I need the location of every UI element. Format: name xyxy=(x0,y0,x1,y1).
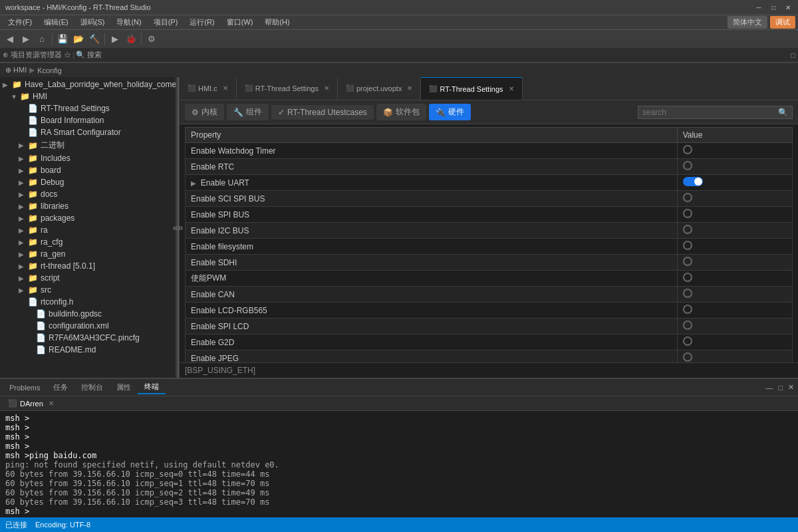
bp-close[interactable]: ✕ xyxy=(787,382,795,392)
table-row[interactable]: Enable I2C BUS xyxy=(186,223,793,239)
tree-item-binary[interactable]: ▶📁二进制 xyxy=(0,138,176,152)
menu-project[interactable]: 项目(P) xyxy=(148,16,184,29)
radio-button[interactable] xyxy=(683,241,692,250)
table-row[interactable]: 使能PWM xyxy=(186,271,793,287)
bottom-tab-console[interactable]: 控制台 xyxy=(74,381,110,394)
sidebar-splitter[interactable]: «» xyxy=(176,77,180,378)
bottom-tab-properties[interactable]: 属性 xyxy=(110,381,138,394)
close-btn[interactable]: ✕ xyxy=(783,3,793,12)
menu-window[interactable]: 窗口(W) xyxy=(221,16,259,29)
tree-item-rt-thread-settings[interactable]: 📄RT-Thread Settings xyxy=(0,102,176,114)
tree-item-packages[interactable]: ▶📁packages xyxy=(0,212,176,224)
menu-edit[interactable]: 编辑(E) xyxy=(39,16,74,29)
tree-item-board-information[interactable]: 📄Board Information xyxy=(0,114,176,126)
toolbar-back[interactable]: ◀ xyxy=(3,32,17,47)
radio-button[interactable] xyxy=(683,305,692,314)
tree-item-ra[interactable]: ▶📁ra xyxy=(0,224,176,236)
tab-close-icon[interactable]: ✕ xyxy=(407,84,412,92)
tree-item-libraries[interactable]: ▶📁libraries xyxy=(0,200,176,212)
window-controls[interactable]: ─ □ ✕ xyxy=(754,3,793,12)
toolbar-home[interactable]: ⌂ xyxy=(35,32,49,47)
menu-navigate[interactable]: 导航(N) xyxy=(111,16,146,29)
debug-button[interactable]: 调试 xyxy=(770,16,795,29)
table-row[interactable]: Enable SPI BUS xyxy=(186,207,793,223)
radio-button[interactable] xyxy=(683,209,692,218)
minimize-btn[interactable]: ─ xyxy=(754,3,763,12)
tree-item-ra_cfg[interactable]: ▶📁ra_cfg xyxy=(0,236,176,248)
settings-search-bar[interactable]: 🔍 xyxy=(638,106,793,119)
maximize-btn[interactable]: □ xyxy=(769,3,778,12)
table-row[interactable]: Enable LCD-RGB565 xyxy=(186,303,793,319)
tree-item-ra-smart[interactable]: 📄RA Smart Configurator xyxy=(0,126,176,138)
editor-tab-hmi-c[interactable]: ⬛HMI.c✕ xyxy=(180,77,237,100)
radio-button[interactable] xyxy=(683,225,692,234)
table-row[interactable]: Enable JPEG xyxy=(186,350,793,363)
menu-run[interactable]: 运行(R) xyxy=(184,16,219,29)
settings-tab-software-pkg[interactable]: 📦软件包 xyxy=(376,104,426,120)
tree-item-rt-thread[interactable]: ▶📁rt-thread [5.0.1] xyxy=(0,260,176,272)
radio-button[interactable] xyxy=(683,161,692,170)
table-row[interactable]: Enable RTC xyxy=(186,159,793,175)
toolbar-build[interactable]: 🔨 xyxy=(87,32,102,47)
terminal-sub-tab-darren[interactable]: ⬛ DArren✕ xyxy=(3,398,59,409)
collapse-icon[interactable]: «» xyxy=(173,223,184,232)
menu-help[interactable]: 帮助(H) xyxy=(259,16,295,29)
tree-item-workspace-folder[interactable]: ▶📁Have_Laba_porridge_when_holiday_come xyxy=(0,78,176,90)
breadcrumb-search[interactable]: 🔍 搜索 xyxy=(76,50,102,60)
table-row[interactable]: Enable SCI SPI BUS xyxy=(186,191,793,207)
settings-tab-hardware[interactable]: 🔌硬件 xyxy=(429,104,471,120)
tree-item-includes[interactable]: ▶📁Includes xyxy=(0,152,176,164)
splitter-handle[interactable]: «» xyxy=(178,77,179,378)
bottom-tab-tasks[interactable]: 任务 xyxy=(47,381,74,394)
settings-tab-kernel[interactable]: ⚙内核 xyxy=(185,104,224,120)
tree-item-docs[interactable]: ▶📁docs xyxy=(0,188,176,200)
radio-button[interactable] xyxy=(683,193,692,202)
tree-item-board[interactable]: ▶📁board xyxy=(0,164,176,176)
lang-button[interactable]: 简体中文 xyxy=(728,16,767,29)
table-row[interactable]: Enable SPI LCD xyxy=(186,319,793,334)
tab-close-icon[interactable]: ✕ xyxy=(223,84,228,92)
toolbar-open[interactable]: 📂 xyxy=(71,32,86,47)
bp-minimize[interactable]: — xyxy=(764,383,774,392)
tab-close-icon[interactable]: ✕ xyxy=(324,84,329,92)
tree-item-configuration-xml[interactable]: 📄configuration.xml xyxy=(0,320,176,332)
radio-button[interactable] xyxy=(683,289,692,298)
toolbar-run[interactable]: ▶ xyxy=(108,32,122,47)
editor-tab-project-uvoptx[interactable]: ⬛project.uvoptx✕ xyxy=(338,77,421,100)
tree-item-ra_gen[interactable]: ▶📁ra_gen xyxy=(0,248,176,260)
tree-item-hmi[interactable]: ▼📁HMI xyxy=(0,90,176,102)
editor-tab-rt-thread-settings-active[interactable]: ⬛RT-Thread Settings✕ xyxy=(421,77,522,100)
bottom-tab-terminal[interactable]: 终端 xyxy=(138,380,166,394)
tree-item-src[interactable]: ▶📁src xyxy=(0,284,176,296)
radio-button[interactable] xyxy=(683,321,692,330)
bp-maximize[interactable]: □ xyxy=(777,383,784,392)
radio-button[interactable] xyxy=(683,257,692,266)
tree-item-buildinfo[interactable]: 📄buildinfo.gpdsc xyxy=(0,308,176,320)
table-row[interactable]: ▶ Enable UART xyxy=(186,175,793,191)
tree-item-script[interactable]: ▶📁script xyxy=(0,272,176,284)
toolbar-debug[interactable]: 🐞 xyxy=(124,32,138,47)
table-row[interactable]: Enable G2D xyxy=(186,334,793,350)
tree-item-rtconfig-h[interactable]: 📄rtconfig.h xyxy=(0,296,176,308)
settings-tab-utestcases[interactable]: ✓RT-Thread Utestcases xyxy=(271,105,374,120)
row-expand-icon[interactable]: ▶ xyxy=(191,180,198,187)
table-row[interactable]: Enable SDHI xyxy=(186,255,793,271)
terminal-content[interactable]: msh >msh >msh >msh >msh >ping baidu.comp… xyxy=(0,411,798,517)
radio-button[interactable] xyxy=(683,336,692,346)
tree-item-debug[interactable]: ▶📁Debug xyxy=(0,176,176,188)
radio-button[interactable] xyxy=(683,273,692,282)
tree-item-readme[interactable]: 📄README.md xyxy=(0,344,176,356)
radio-button[interactable] xyxy=(683,145,692,154)
toggle-switch[interactable] xyxy=(683,177,703,186)
bottom-tab-problems[interactable]: Problems xyxy=(3,382,47,393)
breadcrumb-kconfig[interactable]: Kconfig xyxy=(37,66,62,74)
table-row[interactable]: Enable Watchdog Timer xyxy=(186,143,793,159)
editor-tab-rt-thread-settings-tab[interactable]: ⬛RT-Thread Settings✕ xyxy=(237,77,338,100)
menu-file[interactable]: 文件(F) xyxy=(3,16,37,29)
tree-item-r7fa6m3[interactable]: 📄R7FA6M3AH3CFC.pincfg xyxy=(0,332,176,344)
tab-close-icon[interactable]: ✕ xyxy=(509,85,514,92)
settings-search-input[interactable] xyxy=(642,108,775,117)
menu-source[interactable]: 源码(S) xyxy=(75,16,110,29)
settings-tab-components[interactable]: 🔧组件 xyxy=(227,104,269,120)
breadcrumb-hmi[interactable]: ⊕ HMI xyxy=(5,66,27,74)
